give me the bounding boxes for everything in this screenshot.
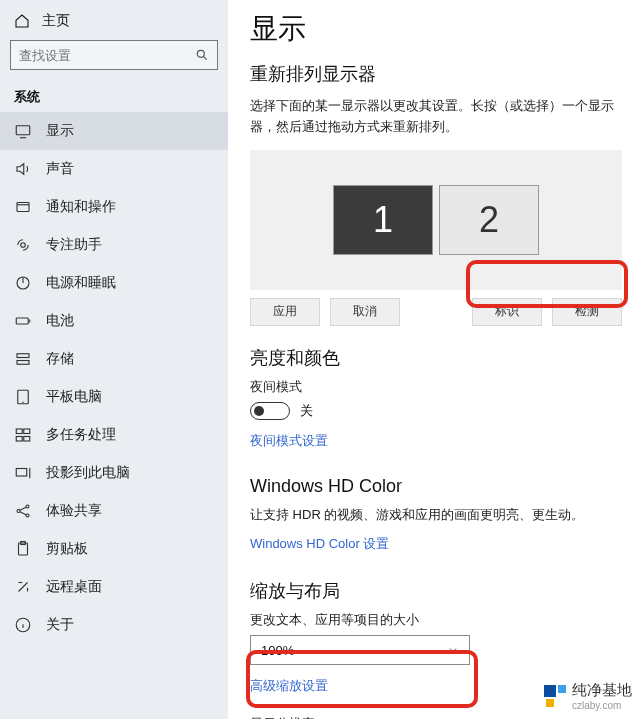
detect-button[interactable]: 检测	[552, 298, 622, 326]
sidebar-item-label: 多任务处理	[46, 426, 116, 444]
sidebar-item-storage[interactable]: 存储	[0, 340, 228, 378]
svg-rect-7	[17, 361, 29, 365]
sidebar-item-label: 通知和操作	[46, 198, 116, 216]
night-mode-toggle[interactable]: 关	[250, 402, 622, 420]
monitor-arrangement[interactable]: 1 2	[250, 150, 622, 290]
focus-icon	[14, 236, 32, 254]
svg-point-16	[26, 514, 29, 517]
search-icon	[195, 48, 209, 62]
toggle-track[interactable]	[250, 402, 290, 420]
sidebar-item-tablet[interactable]: 平板电脑	[0, 378, 228, 416]
watermark-logo-icon	[544, 685, 566, 707]
battery-icon	[14, 312, 32, 330]
watermark-line2: czlaby.com	[572, 700, 632, 711]
sidebar-item-label: 显示	[46, 122, 74, 140]
monitor-buttons: 应用 取消 标识 检测	[250, 298, 622, 326]
scale-heading: 缩放与布局	[250, 579, 622, 603]
sidebar-item-multitask[interactable]: 多任务处理	[0, 416, 228, 454]
sidebar-item-label: 存储	[46, 350, 74, 368]
sidebar-item-label: 电源和睡眠	[46, 274, 116, 292]
sidebar-item-sound[interactable]: 声音	[0, 150, 228, 188]
sidebar-item-label: 远程桌面	[46, 578, 102, 596]
chevron-down-icon	[447, 644, 459, 656]
sidebar-item-notifications[interactable]: 通知和操作	[0, 188, 228, 226]
project-icon	[14, 464, 32, 482]
scale-dropdown[interactable]: 100%	[250, 635, 470, 665]
sidebar-item-label: 体验共享	[46, 502, 102, 520]
home-label: 主页	[42, 12, 70, 30]
svg-point-15	[26, 505, 29, 508]
svg-point-14	[17, 510, 20, 513]
sound-icon	[14, 160, 32, 178]
sidebar-item-about[interactable]: 关于	[0, 606, 228, 644]
monitor-1[interactable]: 1	[333, 185, 433, 255]
hdcolor-desc: 让支持 HDR 的视频、游戏和应用的画面更明亮、更生动。	[250, 505, 622, 526]
sidebar-item-project[interactable]: 投影到此电脑	[0, 454, 228, 492]
remote-icon	[14, 578, 32, 596]
scale-value: 100%	[261, 643, 294, 658]
hdcolor-link[interactable]: Windows HD Color 设置	[250, 535, 389, 553]
sidebar-item-label: 声音	[46, 160, 74, 178]
svg-rect-12	[24, 437, 30, 442]
svg-rect-2	[17, 203, 29, 212]
sidebar-item-label: 电池	[46, 312, 74, 330]
brightness-heading: 亮度和颜色	[250, 346, 622, 370]
home-icon	[14, 13, 30, 29]
svg-rect-6	[17, 354, 29, 358]
svg-rect-5	[16, 318, 28, 324]
sidebar-item-battery[interactable]: 电池	[0, 302, 228, 340]
sidebar-section-label: 系统	[0, 76, 228, 112]
apply-button[interactable]: 应用	[250, 298, 320, 326]
sidebar-item-label: 平板电脑	[46, 388, 102, 406]
sidebar-item-power[interactable]: 电源和睡眠	[0, 264, 228, 302]
sidebar-item-clipboard[interactable]: 剪贴板	[0, 530, 228, 568]
identify-button[interactable]: 标识	[472, 298, 542, 326]
sidebar-item-display[interactable]: 显示	[0, 112, 228, 150]
watermark: 纯净基地 czlaby.com	[544, 681, 632, 711]
sidebar-item-label: 投影到此电脑	[46, 464, 130, 482]
sidebar-item-experience[interactable]: 体验共享	[0, 492, 228, 530]
svg-rect-11	[16, 437, 22, 442]
sidebar-item-label: 关于	[46, 616, 74, 634]
about-icon	[14, 616, 32, 634]
watermark-line1: 纯净基地	[572, 681, 632, 700]
home-link[interactable]: 主页	[0, 8, 228, 40]
scale-label: 更改文本、应用等项目的大小	[250, 611, 622, 629]
cancel-button[interactable]: 取消	[330, 298, 400, 326]
sidebar-item-label: 专注助手	[46, 236, 102, 254]
toggle-state: 关	[300, 402, 313, 420]
power-icon	[14, 274, 32, 292]
sidebar-item-label: 剪贴板	[46, 540, 88, 558]
monitor-2[interactable]: 2	[439, 185, 539, 255]
settings-sidebar: 主页 系统 显示 声音 通知和操作 专注助手 电源和睡眠 电池 存储	[0, 0, 228, 719]
svg-rect-1	[16, 126, 30, 135]
notifications-icon	[14, 198, 32, 216]
resolution-label: 显示分辨率	[250, 715, 622, 719]
svg-point-0	[197, 50, 204, 57]
svg-point-3	[21, 243, 26, 248]
content-area: 显示 重新排列显示器 选择下面的某一显示器以更改其设置。长按（或选择）一个显示器…	[228, 0, 640, 719]
share-icon	[14, 502, 32, 520]
svg-rect-10	[24, 429, 30, 434]
advanced-scale-link[interactable]: 高级缩放设置	[250, 677, 328, 695]
storage-icon	[14, 350, 32, 368]
display-icon	[14, 122, 32, 140]
hdcolor-heading: Windows HD Color	[250, 476, 622, 497]
multitask-icon	[14, 426, 32, 444]
search-input-wrap[interactable]	[10, 40, 218, 70]
rearrange-desc: 选择下面的某一显示器以更改其设置。长按（或选择）一个显示器，然后通过拖动方式来重…	[250, 96, 622, 138]
search-input[interactable]	[19, 48, 195, 63]
tablet-icon	[14, 388, 32, 406]
page-title: 显示	[250, 10, 622, 48]
rearrange-heading: 重新排列显示器	[250, 62, 622, 86]
night-mode-label: 夜间模式	[250, 378, 622, 396]
night-mode-settings-link[interactable]: 夜间模式设置	[250, 432, 328, 450]
sidebar-item-remote[interactable]: 远程桌面	[0, 568, 228, 606]
clipboard-icon	[14, 540, 32, 558]
sidebar-item-focus[interactable]: 专注助手	[0, 226, 228, 264]
svg-rect-9	[16, 429, 22, 434]
svg-rect-13	[16, 469, 27, 477]
